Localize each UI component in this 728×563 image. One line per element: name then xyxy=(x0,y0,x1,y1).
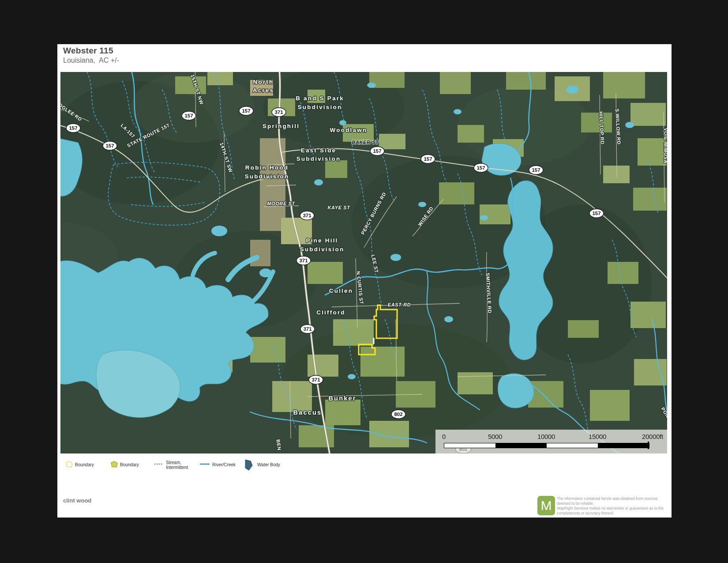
disclaimer-line: deemed to be reliable. xyxy=(557,501,671,506)
label-clifford: Clifford xyxy=(316,309,345,316)
shield-157: 157 xyxy=(105,143,114,148)
scale-bar-ruler xyxy=(444,443,649,448)
author-name: clint wood xyxy=(63,497,91,504)
shield-157: 157 xyxy=(373,148,381,154)
scale-segment xyxy=(444,443,495,448)
shield-157: 157 xyxy=(532,167,540,173)
shield-157: 157 xyxy=(242,108,250,113)
label-bs-park-2: Subdivision xyxy=(298,104,342,110)
label-east-rd: EAST RD xyxy=(388,302,411,307)
stream-intermittent-icon xyxy=(154,463,163,465)
aerial-map-canvas: North Acres B and S Park Subdivision Spr… xyxy=(60,72,667,453)
shield-157: 157 xyxy=(477,165,485,170)
label-baker-st: BAKER ST xyxy=(352,140,379,145)
scale-segment xyxy=(547,443,598,448)
disclaimer-line: The information contained herein was obt… xyxy=(557,496,671,501)
legend-item-water-body: Water Body xyxy=(244,458,296,473)
disclaimer-text: The information contained herein was obt… xyxy=(557,496,671,516)
disclaimer-line: MapRight Services makes no warranties or… xyxy=(557,506,671,511)
label-east-side-2: Subdivision xyxy=(296,155,341,162)
shield-371: 371 xyxy=(303,326,312,332)
label-kaye-st: KAYE ST xyxy=(327,205,350,210)
boundary-dashed-icon xyxy=(65,460,74,469)
label-voie-mimosa: VOIE MIMOSA xyxy=(663,128,667,163)
label-robin-hood-2: Subdivision xyxy=(245,173,289,180)
shield-157: 157 xyxy=(69,125,77,131)
shield-371: 371 xyxy=(299,258,308,263)
boundary-filled-icon xyxy=(110,460,119,469)
shield-802: 802 xyxy=(394,412,402,417)
label-bs-park: B and S Park xyxy=(296,95,344,102)
legend-item-river: River/Creek xyxy=(200,458,248,473)
label-woodlawn: Woodlawn xyxy=(330,127,368,133)
aerial-map: North Acres B and S Park Subdivision Spr… xyxy=(60,72,667,453)
legend-label: Boundary xyxy=(120,462,139,467)
label-baccus: Baccus xyxy=(293,409,322,416)
screenshot-background: Webster 115 Louisiana, AC +/- xyxy=(0,0,728,563)
label-east-side: East Side xyxy=(301,147,337,154)
mapright-logo: M xyxy=(537,496,555,515)
shield-371: 371 xyxy=(303,213,311,218)
legend-label: Stream, Intermittent xyxy=(166,460,188,470)
shield-157: 157 xyxy=(592,211,600,216)
disclaimer-line: completeness or accuracy thereof. xyxy=(557,511,671,516)
river-creek-icon xyxy=(200,463,210,465)
water-body-icon xyxy=(244,458,255,472)
map-legend: Boundary Boundary Stream, Intermittent R… xyxy=(57,458,672,476)
legend-item-stream: Stream, Intermittent xyxy=(154,458,207,473)
label-north-acres-2: Acres xyxy=(253,87,274,94)
scale-tick-0: 0 xyxy=(442,433,446,440)
scale-segment xyxy=(598,443,649,448)
map-export-page: Webster 115 Louisiana, AC +/- xyxy=(57,44,672,518)
shield-371: 371 xyxy=(274,110,283,115)
legend-label: Boundary xyxy=(75,462,94,467)
scale-tick-5000: 5000 xyxy=(488,433,502,440)
legend-label: Water Body xyxy=(257,462,280,467)
label-springhill: Springhill xyxy=(263,123,300,129)
page-title: Webster 115 xyxy=(63,46,113,56)
shield-371: 371 xyxy=(311,377,320,382)
scale-tick-10000: 10000 xyxy=(537,433,555,440)
scale-bar: 0 5000 10000 15000 20000ft 802 xyxy=(435,430,667,453)
scale-tick-15000: 15000 xyxy=(589,433,606,440)
label-moore-st: MOORE ST xyxy=(267,201,295,206)
scale-end-cap xyxy=(648,442,649,449)
shield-157: 157 xyxy=(424,156,432,162)
label-north-acres: North xyxy=(253,79,274,85)
page-subtitle: Louisiana, AC +/- xyxy=(63,57,119,64)
shield-157: 157 xyxy=(184,113,193,118)
scale-segment xyxy=(495,443,547,448)
label-pine-hill: Pine Hill xyxy=(306,237,338,244)
legend-label: River/Creek xyxy=(212,462,236,467)
label-robin-hood: Robin Hood xyxy=(245,164,289,171)
legend-item-boundary-dashed: Boundary xyxy=(65,458,109,473)
legend-item-boundary-filled: Boundary xyxy=(110,458,154,473)
label-pine-hill-2: Subdivision xyxy=(300,246,345,253)
scale-tick-20000ft: 20000ft xyxy=(642,433,663,440)
label-bunker: Bunker xyxy=(328,395,356,402)
label-cullen: Cullen xyxy=(329,287,353,294)
